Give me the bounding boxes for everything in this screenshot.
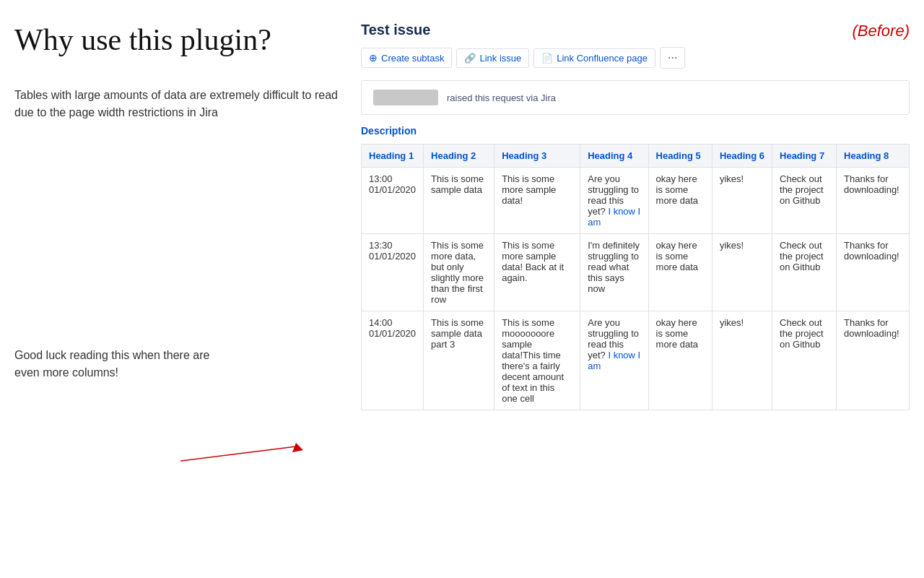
svg-line-0: [180, 447, 296, 461]
cell-3-5: okay here is some more data: [648, 311, 712, 410]
cell-2-4: I'm definitely struggling to read what t…: [580, 234, 648, 311]
col-header-5: Heading 5: [648, 144, 712, 168]
cell-1-2: This is some sample data: [424, 168, 494, 234]
col-header-8: Heading 8: [837, 144, 910, 168]
cell-2-5: okay here is some more data: [648, 234, 712, 311]
table-row: 13:3001/01/2020 This is some more data, …: [362, 234, 910, 311]
right-panel: Test issue ⊕ Create subtask 🔗 Link issue…: [361, 22, 910, 425]
col-header-6: Heading 6: [712, 144, 772, 168]
cell-2-7: Check out the project on Github: [772, 234, 837, 311]
col-header-4: Heading 4: [580, 144, 648, 168]
cell-1-3: This is some more sample data!: [494, 168, 580, 234]
cell-1-5: okay here is some more data: [648, 168, 712, 234]
link-issue-label: Link issue: [479, 53, 521, 64]
cell-1-6: yikes!: [712, 168, 772, 234]
before-label: (Before): [853, 22, 910, 40]
page-title: Why use this plugin?: [14, 22, 346, 58]
col-header-2: Heading 2: [424, 144, 494, 168]
table-row: 14:0001/01/2020 This is some sample data…: [362, 311, 910, 410]
confluence-icon: 📄: [541, 53, 553, 64]
cell-1-8: Thanks for downloading!: [837, 168, 910, 234]
cell-2-6: yikes!: [712, 234, 772, 311]
description-text: Tables with large amounts of data are ex…: [14, 87, 346, 121]
link-issue-button[interactable]: 🔗 Link issue: [456, 48, 529, 68]
cell-1-7: Check out the project on Github: [772, 168, 837, 234]
svg-marker-1: [292, 443, 303, 452]
create-subtask-label: Create subtask: [381, 53, 444, 64]
issue-title: Test issue: [361, 22, 910, 38]
cell-3-4: Are you struggling to read this yet? I k…: [580, 311, 648, 410]
table-row: 13:0001/01/2020 This is some sample data…: [362, 168, 910, 234]
link-confluence-label: Link Confluence page: [557, 53, 648, 64]
raised-bar: raised this request via Jira: [361, 80, 910, 115]
cell-3-2: This is some sample data part 3: [424, 311, 494, 410]
col-header-7: Heading 7: [772, 144, 837, 168]
cell-1-1: 13:0001/01/2020: [362, 168, 424, 234]
bottom-note: Good luck reading this when there are ev…: [14, 347, 231, 381]
col-header-1: Heading 1: [362, 144, 424, 168]
arrow-icon: [180, 439, 310, 468]
more-actions-button[interactable]: ···: [660, 47, 685, 69]
table-header-row: Heading 1 Heading 2 Heading 3 Heading 4 …: [362, 144, 910, 168]
raised-text: raised this request via Jira: [447, 92, 556, 103]
link-icon: 🔗: [464, 53, 476, 64]
cell-2-8: Thanks for downloading!: [837, 234, 910, 311]
cell-3-6: yikes!: [712, 311, 772, 410]
cell-3-1: 14:0001/01/2020: [362, 311, 424, 410]
cell-3-3: This is some mooooooore sample data!This…: [494, 311, 580, 410]
cell-3-7: Check out the project on Github: [772, 311, 837, 410]
left-panel: Why use this plugin? Tables with large a…: [14, 22, 361, 425]
subtask-icon: ⊕: [369, 52, 378, 64]
cell-1-4: Are you struggling to read this yet? I k…: [580, 168, 648, 234]
cell-2-1: 13:3001/01/2020: [362, 234, 424, 311]
avatar: [373, 90, 438, 105]
cell-2-2: This is some more data, but only slightl…: [424, 234, 494, 311]
description-label: Description: [361, 125, 910, 137]
col-header-3: Heading 3: [494, 144, 580, 168]
cell-2-3: This is some more sample data! Back at i…: [494, 234, 580, 311]
link-confluence-button[interactable]: 📄 Link Confluence page: [533, 48, 655, 68]
action-bar: ⊕ Create subtask 🔗 Link issue 📄 Link Con…: [361, 47, 910, 69]
create-subtask-button[interactable]: ⊕ Create subtask: [361, 48, 452, 68]
cell-3-8: Thanks for downloading!: [837, 311, 910, 410]
data-table: Heading 1 Heading 2 Heading 3 Heading 4 …: [361, 144, 910, 410]
